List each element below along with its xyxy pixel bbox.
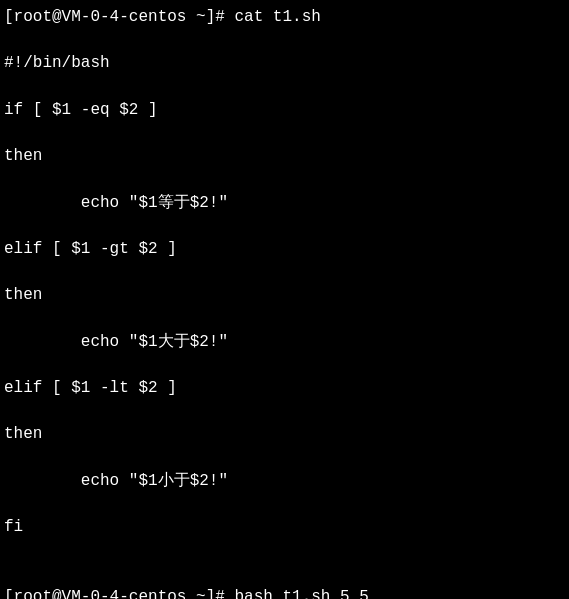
terminal-prompt-line: [root@VM-0-4-centos ~]# cat t1.sh bbox=[4, 6, 565, 29]
empty-line bbox=[4, 563, 565, 586]
terminal-output-line: fi bbox=[4, 516, 565, 539]
terminal-output-line: echo "$1大于$2!" bbox=[4, 331, 565, 354]
terminal-output-line: echo "$1小于$2!" bbox=[4, 470, 565, 493]
terminal-output-line: #!/bin/bash bbox=[4, 52, 565, 75]
terminal-output-line: echo "$1等于$2!" bbox=[4, 192, 565, 215]
terminal-output-line: then bbox=[4, 284, 565, 307]
terminal-output-line: elif [ $1 -gt $2 ] bbox=[4, 238, 565, 261]
terminal-output-line: if [ $1 -eq $2 ] bbox=[4, 99, 565, 122]
terminal-prompt-line: [root@VM-0-4-centos ~]# bash t1.sh 5 5 bbox=[4, 586, 565, 599]
terminal-window[interactable]: [root@VM-0-4-centos ~]# cat t1.sh#!/bin/… bbox=[4, 6, 565, 593]
terminal-output-line: then bbox=[4, 145, 565, 168]
terminal-output-line: then bbox=[4, 423, 565, 446]
terminal-output-line: elif [ $1 -lt $2 ] bbox=[4, 377, 565, 400]
